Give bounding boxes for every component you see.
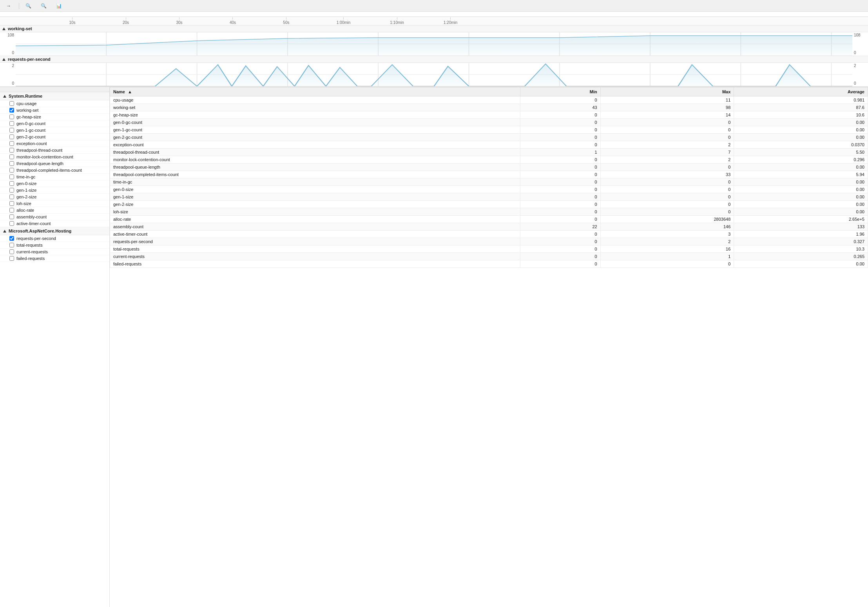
checkbox-monitor-lock-contention-count[interactable] bbox=[9, 154, 14, 159]
checkbox-loh-size[interactable] bbox=[9, 201, 14, 206]
checkbox-working-set[interactable] bbox=[9, 108, 14, 113]
ruler-tick-1:20min: 1:20min bbox=[444, 17, 458, 25]
checkbox-gc-heap-size[interactable] bbox=[9, 114, 14, 119]
table-row: assembly-count22146133 bbox=[110, 223, 868, 231]
tree-item-label-alloc-rate: alloc-rate bbox=[16, 208, 34, 213]
td-max-7: 7 bbox=[600, 149, 734, 156]
td-min-19: 0 bbox=[520, 238, 601, 245]
td-min-3: 0 bbox=[520, 119, 601, 126]
svg-marker-12 bbox=[16, 36, 852, 56]
tree-item-threadpool-queue-length: threadpool-queue-length bbox=[0, 160, 109, 167]
checkbox-requests-per-second[interactable] bbox=[9, 236, 14, 241]
table-row: cpu-usage0110.981 bbox=[110, 96, 868, 104]
clear-selection-button[interactable]: 📊 bbox=[53, 2, 67, 9]
data-table: Name ▲MinMaxAverage cpu-usage0110.981wor… bbox=[110, 87, 868, 268]
checkbox-gen-2-gc-count[interactable] bbox=[9, 134, 14, 139]
td-average-0: 0.981 bbox=[734, 96, 868, 104]
collapse-working-set-icon[interactable] bbox=[2, 27, 5, 30]
separator-1 bbox=[19, 3, 19, 9]
td-max-6: 2 bbox=[600, 141, 734, 149]
zoom-in-icon: 🔍 bbox=[25, 3, 31, 9]
th-name[interactable]: Name ▲ bbox=[110, 87, 520, 96]
tree-item-loh-size: loh-size bbox=[0, 200, 109, 207]
chart-y-axis-rps: 2 0 bbox=[0, 63, 16, 86]
session-header bbox=[0, 12, 868, 17]
table-body: cpu-usage0110.981working-set439887.6gc-h… bbox=[110, 96, 868, 268]
tree-container: System.Runtimecpu-usageworking-setgc-hea… bbox=[0, 92, 109, 262]
ruler-tick-10s: 10s bbox=[69, 17, 75, 25]
ruler-tick-40s: 40s bbox=[230, 17, 236, 25]
table-row: active-timer-count031.96 bbox=[110, 231, 868, 238]
tree-item-threadpool-completed-items-count: threadpool-completed-items-count bbox=[0, 167, 109, 174]
checkbox-gen-2-size[interactable] bbox=[9, 194, 14, 199]
td-max-14: 0 bbox=[600, 201, 734, 208]
table-row: gen-1-gc-count000.00 bbox=[110, 126, 868, 134]
checkbox-threadpool-queue-length[interactable] bbox=[9, 161, 14, 166]
checkbox-failed-requests[interactable] bbox=[9, 256, 14, 261]
chart-plot-rps[interactable] bbox=[16, 63, 852, 86]
tree-item-label-threadpool-completed-items-count: threadpool-completed-items-count bbox=[16, 168, 82, 173]
td-average-17: 133 bbox=[734, 223, 868, 231]
checkbox-active-timer-count[interactable] bbox=[9, 221, 14, 226]
collapse-rps-icon[interactable] bbox=[2, 58, 5, 61]
left-panel: System.Runtimecpu-usageworking-setgc-hea… bbox=[0, 87, 110, 607]
tree-item-label-threadpool-queue-length: threadpool-queue-length bbox=[16, 161, 63, 166]
td-average-18: 1.96 bbox=[734, 231, 868, 238]
td-min-1: 43 bbox=[520, 104, 601, 111]
checkbox-total-requests[interactable] bbox=[9, 243, 14, 247]
checkbox-threadpool-completed-items-count[interactable] bbox=[9, 168, 14, 173]
table-row: gen-2-size000.00 bbox=[110, 201, 868, 208]
checkbox-gen-1-gc-count[interactable] bbox=[9, 128, 14, 133]
td-average-5: 0.00 bbox=[734, 134, 868, 141]
checkbox-gen-1-size[interactable] bbox=[9, 188, 14, 193]
chart-y-axis-right-rps: 2 0 bbox=[852, 63, 868, 86]
checkbox-cpu-usage[interactable] bbox=[9, 101, 14, 106]
checkbox-gen-0-size[interactable] bbox=[9, 181, 14, 186]
td-max-22: 0 bbox=[600, 260, 734, 268]
reset-zoom-button[interactable]: 🔍 bbox=[38, 2, 51, 9]
checkbox-current-requests[interactable] bbox=[9, 249, 14, 254]
td-min-21: 0 bbox=[520, 253, 601, 260]
chart-plot-working-set[interactable] bbox=[16, 32, 852, 56]
checkbox-assembly-count[interactable] bbox=[9, 214, 14, 219]
td-name-20: total-requests bbox=[110, 245, 520, 253]
table-row: gc-heap-size01410.6 bbox=[110, 111, 868, 119]
td-name-5: gen-2-gc-count bbox=[110, 134, 520, 141]
checkbox-alloc-rate[interactable] bbox=[9, 208, 14, 213]
output-button[interactable]: → bbox=[3, 2, 16, 9]
ruler-tick-1:00min: 1:00min bbox=[337, 17, 351, 25]
td-name-12: gen-0-size bbox=[110, 186, 520, 193]
th-max: Max bbox=[600, 87, 734, 96]
td-name-6: exception-count bbox=[110, 141, 520, 149]
toolbar: → 🔍 🔍 📊 bbox=[0, 0, 868, 12]
td-average-3: 0.00 bbox=[734, 119, 868, 126]
checkbox-time-in-gc[interactable] bbox=[9, 174, 14, 179]
tree-item-exception-count: exception-count bbox=[0, 140, 109, 147]
td-min-2: 0 bbox=[520, 111, 601, 119]
tree-item-label-loh-size: loh-size bbox=[16, 201, 31, 206]
td-min-5: 0 bbox=[520, 134, 601, 141]
table-row: threadpool-queue-length000.00 bbox=[110, 164, 868, 171]
td-max-5: 0 bbox=[600, 134, 734, 141]
tree-item-assembly-count: assembly-count bbox=[0, 214, 109, 220]
table-row: exception-count020.0370 bbox=[110, 141, 868, 149]
tree-group-header-1[interactable]: Microsoft.AspNetCore.Hosting bbox=[0, 227, 109, 235]
tree-item-label-gc-heap-size: gc-heap-size bbox=[16, 114, 41, 119]
tree-group-header-0[interactable]: System.Runtime bbox=[0, 92, 109, 100]
td-average-14: 0.00 bbox=[734, 201, 868, 208]
checkbox-gen-0-gc-count[interactable] bbox=[9, 121, 14, 126]
checkbox-exception-count[interactable] bbox=[9, 141, 14, 146]
td-max-17: 146 bbox=[600, 223, 734, 231]
checkbox-threadpool-thread-count[interactable] bbox=[9, 148, 14, 153]
td-max-8: 2 bbox=[600, 156, 734, 164]
td-max-11: 0 bbox=[600, 178, 734, 186]
zoom-in-button[interactable]: 🔍 bbox=[22, 2, 36, 9]
td-max-20: 16 bbox=[600, 245, 734, 253]
chart-section-working-set: working-set 108 0 bbox=[0, 25, 868, 56]
table-row: threadpool-thread-count175.50 bbox=[110, 149, 868, 156]
td-average-10: 5.94 bbox=[734, 171, 868, 178]
td-min-9: 0 bbox=[520, 164, 601, 171]
table-head: Name ▲MinMaxAverage bbox=[110, 87, 868, 96]
td-name-18: active-timer-count bbox=[110, 231, 520, 238]
tree-item-label-total-requests: total-requests bbox=[16, 243, 43, 247]
